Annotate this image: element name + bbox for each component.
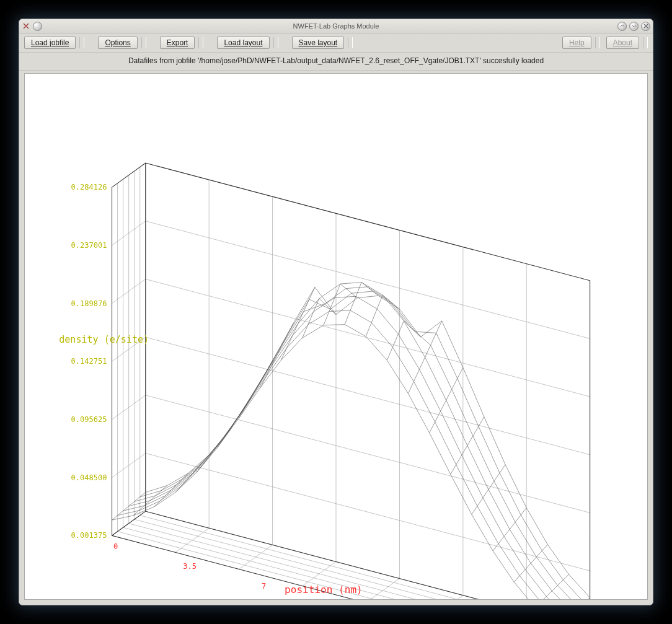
export-button[interactable]: Export — [160, 37, 195, 49]
status-message: Datafiles from jobfile '/home/jose/PhD/N… — [19, 53, 653, 71]
save-layout-button[interactable]: Save layout — [292, 37, 345, 49]
svg-text:0.142751: 0.142751 — [71, 357, 107, 366]
maximize-button[interactable] — [629, 22, 639, 31]
close-button[interactable] — [641, 22, 650, 31]
svg-text:0: 0 — [113, 542, 118, 551]
svg-text:0.095625: 0.095625 — [71, 415, 107, 424]
toolbar-separator — [141, 37, 146, 48]
load-jobfile-button[interactable]: Load jobfile — [24, 37, 76, 49]
app-menu-icon[interactable] — [22, 22, 30, 30]
minimize-button[interactable] — [617, 22, 627, 31]
titlebar: NWFET-Lab Graphs Module — [19, 19, 653, 33]
toolbar-separator — [643, 37, 648, 48]
svg-text:density (e/site): density (e/site) — [59, 334, 149, 345]
plot-3d-canvas[interactable]: 0.0013750.0485000.0956250.1427510.189876… — [24, 73, 648, 600]
svg-text:0.284126: 0.284126 — [71, 183, 107, 191]
options-button[interactable]: Options — [98, 37, 137, 49]
toolbar-separator — [348, 37, 353, 48]
svg-text:3.5: 3.5 — [183, 562, 197, 571]
toolbar-separator — [79, 37, 84, 48]
toolbar-separator — [198, 37, 203, 48]
toolbar-separator — [595, 37, 600, 48]
app-window: NWFET-Lab Graphs Module Load jobfile Opt… — [19, 19, 653, 605]
window-title: NWFET-Lab Graphs Module — [19, 22, 653, 30]
toolbar-separator — [273, 37, 278, 48]
titlebar-button-1[interactable] — [33, 22, 42, 31]
svg-text:0.001375: 0.001375 — [71, 531, 107, 540]
toolbar: Load jobfile Options Export Load layout … — [19, 33, 653, 53]
svg-text:position (nm): position (nm) — [285, 584, 363, 595]
svg-text:0.048500: 0.048500 — [71, 473, 107, 482]
svg-text:0.189876: 0.189876 — [71, 299, 107, 308]
about-button[interactable]: About — [606, 37, 639, 49]
svg-text:0.237001: 0.237001 — [71, 241, 107, 250]
load-layout-button[interactable]: Load layout — [217, 37, 269, 49]
help-button[interactable]: Help — [562, 37, 591, 49]
svg-text:7: 7 — [262, 582, 266, 591]
